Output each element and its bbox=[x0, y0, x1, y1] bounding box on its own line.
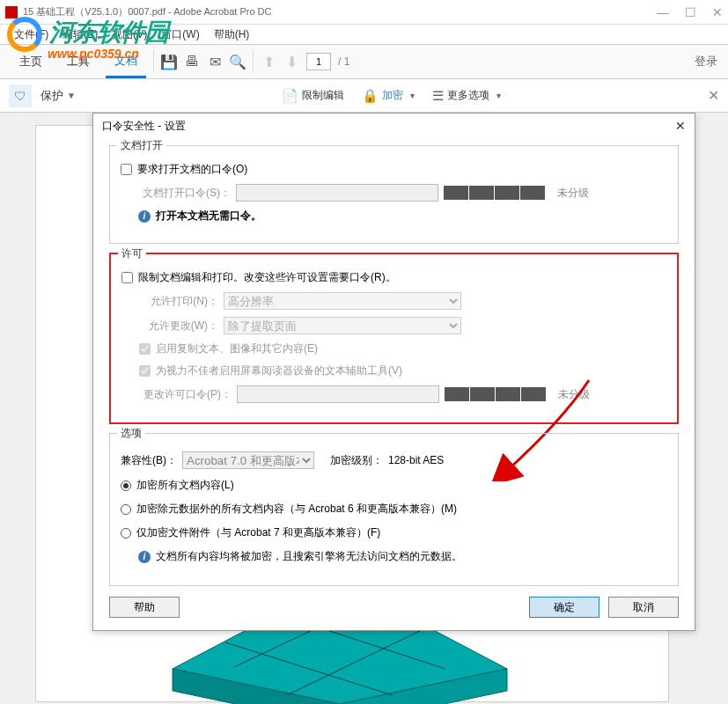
group-legend: 文档打开 bbox=[117, 138, 166, 153]
encrypt-all-radio[interactable] bbox=[121, 480, 131, 491]
page-down-icon[interactable]: ⬇ bbox=[283, 54, 299, 70]
menu-view[interactable]: 视图(V) bbox=[107, 26, 152, 44]
app-icon bbox=[5, 6, 18, 18]
more-label: 更多选项 bbox=[447, 88, 489, 103]
group-legend: 选项 bbox=[117, 426, 145, 441]
login-link[interactable]: 登录 bbox=[695, 54, 717, 70]
encrypt-level-value: 128-bit AES bbox=[388, 454, 444, 466]
menu-edit[interactable]: 编辑(E) bbox=[57, 26, 103, 44]
menu-window[interactable]: 窗口(W) bbox=[156, 26, 204, 44]
password-strength-meter bbox=[444, 186, 545, 200]
encrypt-label: 加密 bbox=[382, 88, 403, 103]
tab-home[interactable]: 主页 bbox=[11, 47, 51, 77]
chevron-down-icon: ▾ bbox=[496, 91, 501, 100]
encrypt-attachments-radio[interactable] bbox=[121, 528, 131, 539]
toolbar-separator bbox=[253, 50, 254, 73]
chevron-down-icon: ▾ bbox=[410, 91, 415, 100]
shield-icon: 🛡 bbox=[9, 84, 32, 107]
mail-icon[interactable]: ✉ bbox=[207, 54, 223, 70]
menu-file[interactable]: 文件(F) bbox=[9, 26, 54, 44]
enable-accessibility-label: 为视力不佳者启用屏幕阅读器设备的文本辅助工具(V) bbox=[156, 363, 402, 378]
toolbar-separator bbox=[153, 50, 154, 73]
permissions-group: 许可 限制文档编辑和打印。改变这些许可设置需要口令(R)。 允许打印(N)： 高… bbox=[109, 253, 679, 424]
main-toolbar: 主页 工具 文档 💾 🖶 ✉ 🔍 ⬆ ⬇ / 1 登录 bbox=[0, 44, 728, 79]
page-number-input[interactable] bbox=[306, 53, 331, 70]
compat-label: 兼容性(B)： bbox=[121, 453, 177, 468]
enable-copy-label: 启用复制文本、图像和其它内容(E) bbox=[156, 341, 318, 356]
enable-copy-checkbox bbox=[139, 343, 151, 355]
print-icon[interactable]: 🖶 bbox=[184, 54, 200, 70]
password-strength-meter bbox=[445, 387, 546, 401]
require-open-password-label: 要求打开文档的口令(O) bbox=[137, 162, 247, 177]
info-icon: i bbox=[138, 210, 151, 223]
title-bar: 15 基础工程（V25.1.0）0007.pdf - Adobe Acrobat… bbox=[0, 0, 728, 25]
menu-bar: 文件(F) 编辑(E) 视图(V) 窗口(W) 帮助(H) bbox=[0, 25, 728, 44]
open-password-rating: 未分级 bbox=[557, 186, 589, 201]
chevron-down-icon[interactable]: ▼ bbox=[67, 91, 76, 100]
dialog-titlebar: 口令安全性 - 设置 ✕ bbox=[93, 114, 695, 138]
page-count: / 1 bbox=[338, 55, 349, 68]
encrypt-button[interactable]: 🔒 加密 ▾ bbox=[362, 88, 415, 104]
encrypt-all-label: 加密所有文档内容(L) bbox=[136, 478, 234, 493]
perm-password-input bbox=[237, 385, 439, 403]
info-icon: i bbox=[138, 551, 151, 563]
lock-icon: 🔒 bbox=[362, 88, 379, 104]
window-title: 15 基础工程（V25.1.0）0007.pdf - Adobe Acrobat… bbox=[23, 5, 657, 18]
open-password-label: 文档打开口令(S)： bbox=[138, 186, 231, 201]
save-icon[interactable]: 💾 bbox=[161, 54, 177, 70]
compat-select[interactable]: Acrobat 7.0 和更高版本 bbox=[182, 451, 314, 469]
require-open-password-checkbox[interactable] bbox=[121, 164, 132, 175]
protect-toolbar: 🛡 保护 ▼ 📄 限制编辑 🔒 加密 ▾ ☰ 更多选项 ▾ ✕ bbox=[0, 79, 728, 113]
open-info-text: 打开本文档无需口令。 bbox=[156, 209, 261, 224]
options-info-text: 文档所有内容均将被加密，且搜索引擎将无法访问文档的元数据。 bbox=[156, 549, 462, 564]
encrypt-level-label: 加密级别： bbox=[330, 453, 383, 468]
document-open-group: 文档打开 要求打开文档的口令(O) 文档打开口令(S)： 未分级 i 打开本文档… bbox=[109, 145, 679, 244]
more-options-button[interactable]: ☰ 更多选项 ▾ bbox=[432, 88, 501, 104]
restrict-icon: 📄 bbox=[282, 88, 298, 104]
allow-change-label: 允许更改(W)： bbox=[139, 319, 218, 334]
more-icon: ☰ bbox=[432, 88, 444, 104]
menu-help[interactable]: 帮助(H) bbox=[209, 26, 255, 44]
dialog-button-row: 帮助 确定 取消 bbox=[109, 597, 679, 618]
password-security-dialog: 口令安全性 - 设置 ✕ 文档打开 要求打开文档的口令(O) 文档打开口令(S)… bbox=[92, 113, 695, 631]
document-canvas: 口令安全性 - 设置 ✕ 文档打开 要求打开文档的口令(O) 文档打开口令(S)… bbox=[0, 113, 728, 704]
help-button[interactable]: 帮助 bbox=[109, 597, 180, 618]
minimize-button[interactable]: — bbox=[657, 5, 669, 19]
restrict-editing-checkbox[interactable] bbox=[121, 272, 133, 283]
open-password-input bbox=[236, 184, 438, 202]
group-legend: 许可 bbox=[118, 246, 146, 261]
perm-password-label: 更改许可口令(P)： bbox=[139, 387, 232, 402]
close-button[interactable]: ✕ bbox=[712, 5, 723, 19]
ok-button[interactable]: 确定 bbox=[529, 597, 599, 618]
enable-accessibility-checkbox bbox=[139, 365, 151, 377]
tab-tools[interactable]: 工具 bbox=[58, 47, 99, 77]
search-icon[interactable]: 🔍 bbox=[230, 54, 246, 70]
close-panel-icon[interactable]: ✕ bbox=[708, 87, 719, 104]
restrict-editing-label: 限制文档编辑和打印。改变这些许可设置需要口令(R)。 bbox=[138, 270, 396, 285]
protect-label: 保护 bbox=[40, 88, 63, 104]
maximize-button[interactable]: ☐ bbox=[685, 5, 696, 19]
encrypt-except-meta-radio[interactable] bbox=[121, 504, 131, 515]
options-group: 选项 兼容性(B)： Acrobat 7.0 和更高版本 加密级别： 128-b… bbox=[109, 433, 679, 586]
allow-change-select: 除了提取页面 bbox=[224, 317, 461, 334]
allow-print-label: 允许打印(N)： bbox=[139, 294, 218, 309]
encrypt-attachments-label: 仅加密文件附件（与 Acrobat 7 和更高版本兼容）(F) bbox=[136, 525, 380, 540]
page-up-icon[interactable]: ⬆ bbox=[261, 54, 276, 70]
tab-document[interactable]: 文档 bbox=[106, 46, 146, 78]
dialog-close-icon[interactable]: ✕ bbox=[675, 119, 686, 133]
restrict-label: 限制编辑 bbox=[302, 88, 344, 103]
restrict-edit-button[interactable]: 📄 限制编辑 bbox=[282, 88, 344, 104]
dialog-title: 口令安全性 - 设置 bbox=[102, 119, 186, 134]
perm-password-rating: 未分级 bbox=[558, 387, 590, 402]
cancel-button[interactable]: 取消 bbox=[608, 597, 679, 618]
allow-print-select: 高分辨率 bbox=[224, 292, 461, 310]
encrypt-except-meta-label: 加密除元数据外的所有文档内容（与 Acrobat 6 和更高版本兼容）(M) bbox=[136, 502, 457, 517]
